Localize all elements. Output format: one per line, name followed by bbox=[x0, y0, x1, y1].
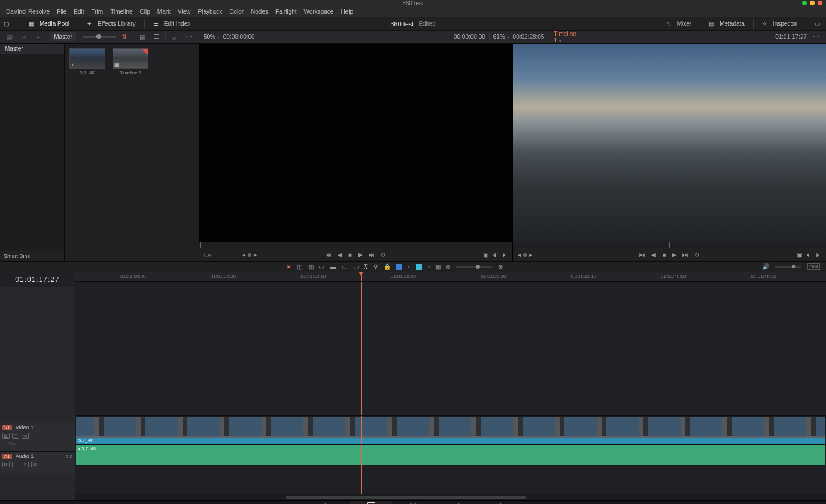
prg-matchframe-icon[interactable]: ▣ bbox=[797, 251, 802, 258]
menu-color[interactable]: Color bbox=[226, 8, 247, 15]
lock-icon[interactable]: 🔒 bbox=[384, 263, 391, 270]
src-matchframe-icon[interactable]: ▣ bbox=[483, 251, 488, 258]
minimize-dot[interactable] bbox=[802, 1, 807, 5]
prg-first-icon[interactable]: ⏮ bbox=[639, 251, 645, 258]
menu-app[interactable]: DaVinci Resolve bbox=[2, 8, 53, 15]
menu-edit[interactable]: Edit bbox=[70, 8, 87, 15]
menu-file[interactable]: File bbox=[53, 8, 70, 15]
source-zoom[interactable]: 50% ▾ bbox=[204, 34, 220, 40]
prg-stop-icon[interactable]: ■ bbox=[662, 251, 666, 258]
program-viewer-area[interactable] bbox=[513, 44, 827, 242]
timeline-scrollbar[interactable] bbox=[75, 494, 826, 500]
video-lane[interactable]: 5,7_4K bbox=[75, 415, 826, 444]
src-loop-icon[interactable]: ↻ bbox=[381, 251, 385, 258]
pointer-tool-icon[interactable]: ➤ bbox=[286, 263, 291, 270]
prg-next-icon[interactable]: ⏭ bbox=[682, 251, 688, 258]
volume-icon[interactable]: 🔊 bbox=[762, 263, 769, 270]
inspector-toggle[interactable]: ✧ Inspector bbox=[762, 20, 797, 27]
sort-icon[interactable]: ⇅ bbox=[119, 32, 129, 42]
close-dot[interactable] bbox=[818, 1, 822, 5]
zoom-slider[interactable] bbox=[456, 266, 492, 268]
a-solo-icon[interactable]: S bbox=[22, 462, 29, 467]
src-marker-next-icon[interactable]: ▸ bbox=[254, 251, 257, 258]
nav-deliver[interactable]: Deliver bbox=[476, 501, 518, 505]
v-disable-icon[interactable]: ▭ bbox=[22, 433, 29, 439]
thumb-size-slider[interactable] bbox=[83, 36, 116, 38]
overwrite-icon[interactable]: ▬ bbox=[330, 263, 336, 270]
audio-lane[interactable]: • 5,7_4K bbox=[75, 444, 826, 466]
list-view-icon[interactable]: ☰ bbox=[151, 32, 162, 42]
layout-toggle-icon[interactable]: ▢ bbox=[4, 20, 11, 27]
timeline-thumb[interactable]: ▦ Timeline 1 bbox=[113, 48, 148, 75]
viewer-more-icon[interactable]: ⋯ bbox=[810, 32, 821, 42]
prg-play-icon[interactable]: ▶ bbox=[672, 251, 676, 258]
source-scrubber[interactable] bbox=[199, 242, 512, 248]
nav-color[interactable]: Color bbox=[392, 501, 434, 505]
timeline-view-icon[interactable]: ▦ bbox=[435, 263, 441, 270]
snap-icon[interactable]: ⊼ bbox=[363, 263, 368, 270]
prg-in-icon[interactable]: ⏴ bbox=[806, 251, 812, 258]
src-marker-prev-icon[interactable]: ◂ bbox=[242, 251, 245, 258]
nav-back-icon[interactable]: ◂ bbox=[19, 32, 29, 42]
trim-tool-icon[interactable]: ◫ bbox=[297, 263, 302, 270]
prg-prev-icon[interactable]: ◀ bbox=[651, 251, 656, 258]
flag-blue-icon[interactable] bbox=[396, 264, 402, 270]
zoom-in-icon[interactable]: ⊕ bbox=[498, 263, 503, 270]
source-viewer-area[interactable] bbox=[199, 44, 512, 242]
audio-track-header[interactable]: A1 Audio 1 2.0 ⚿ ◫ S M bbox=[0, 451, 75, 473]
menu-view[interactable]: View bbox=[174, 8, 195, 15]
bin-layout-icon[interactable]: ▤▾ bbox=[5, 32, 15, 42]
blade-tool-icon[interactable]: ▥ bbox=[308, 263, 314, 270]
grid-view-icon[interactable]: ▦ bbox=[137, 32, 147, 42]
scrollbar-thumb[interactable] bbox=[286, 496, 526, 499]
menu-playback[interactable]: Playback bbox=[195, 8, 226, 15]
metadata-toggle[interactable]: ▤ Metadata bbox=[709, 20, 745, 27]
nav-media[interactable]: Media bbox=[308, 501, 350, 505]
effects-library-toggle[interactable]: ✦ Effects Library bbox=[87, 20, 136, 27]
src-first-icon[interactable]: ⏮ bbox=[326, 251, 332, 258]
zoom-out-icon[interactable]: ⊖ bbox=[445, 263, 450, 270]
menu-fairlight[interactable]: Fairlight bbox=[272, 8, 300, 15]
empty-lane-area[interactable] bbox=[75, 282, 826, 415]
menu-timeline[interactable]: Timeline bbox=[107, 8, 136, 15]
menu-trim[interactable]: Trim bbox=[88, 8, 107, 15]
timeline-lanes[interactable]: 01:01:00:00 01:01:06:20 01:01:13:10 01:0… bbox=[75, 272, 826, 500]
src-mode-icon[interactable]: ▭▾ bbox=[204, 251, 211, 258]
volume-slider[interactable] bbox=[775, 266, 801, 268]
insert-icon[interactable]: ▭ bbox=[318, 263, 324, 270]
v-auto-icon[interactable]: ◫ bbox=[12, 433, 19, 439]
dim-icon[interactable]: DIM bbox=[807, 263, 820, 270]
menu-clip[interactable]: Clip bbox=[136, 8, 154, 15]
zoom-dot[interactable] bbox=[810, 1, 815, 5]
program-scrubber[interactable] bbox=[513, 242, 827, 248]
a-arm-icon[interactable]: ◫ bbox=[12, 462, 19, 467]
src-stop-icon[interactable]: ■ bbox=[348, 251, 352, 258]
src-next-icon[interactable]: ⏭ bbox=[369, 251, 375, 258]
nav-fairlight[interactable]: Fairlight bbox=[434, 501, 476, 505]
search-icon[interactable]: ⌕ bbox=[169, 32, 180, 42]
src-in-icon[interactable]: ⏴ bbox=[492, 251, 498, 258]
edit-index-toggle[interactable]: ☰ Edit Index bbox=[153, 20, 190, 27]
src-out-icon[interactable]: ⏵ bbox=[502, 251, 508, 258]
menu-help[interactable]: Help bbox=[337, 8, 357, 15]
audio-clip[interactable]: • 5,7_4K bbox=[75, 445, 826, 466]
media-pool-toggle[interactable]: ▦ Media Pool bbox=[29, 20, 69, 27]
a-mute-icon[interactable]: M bbox=[31, 462, 38, 467]
src-prev-icon[interactable]: ◀ bbox=[338, 251, 342, 258]
menu-mark[interactable]: Mark bbox=[154, 8, 174, 15]
media-pool-grid[interactable]: ♪ 5,7_4K ▦ Timeline 1 bbox=[65, 44, 199, 261]
prg-loop-icon[interactable]: ↻ bbox=[694, 251, 699, 258]
fit-to-fill-icon[interactable]: ▭ bbox=[353, 263, 359, 270]
bin-breadcrumb[interactable]: Master bbox=[50, 32, 76, 41]
timeline-ruler[interactable]: 01:01:00:00 01:01:06:20 01:01:13:10 01:0… bbox=[75, 272, 826, 282]
v1-badge[interactable]: V1 bbox=[2, 425, 12, 430]
nav-edit[interactable]: Edit bbox=[350, 501, 392, 505]
a-lock-icon[interactable]: ⚿ bbox=[2, 462, 10, 467]
more-icon[interactable]: ⋯ bbox=[184, 32, 194, 42]
clip-thumb[interactable]: ♪ 5,7_4K bbox=[69, 48, 105, 75]
replace-icon[interactable]: ▭ bbox=[342, 263, 347, 270]
timeline-dropdown[interactable]: Timeline 1 ▾ bbox=[554, 31, 576, 44]
video-track-header[interactable]: V1 Video 1 ⚿ ◫ ▭ 1 Clip bbox=[0, 423, 75, 451]
bin-item-master[interactable]: Master bbox=[0, 44, 64, 54]
src-play-icon[interactable]: ▶ bbox=[358, 251, 363, 258]
